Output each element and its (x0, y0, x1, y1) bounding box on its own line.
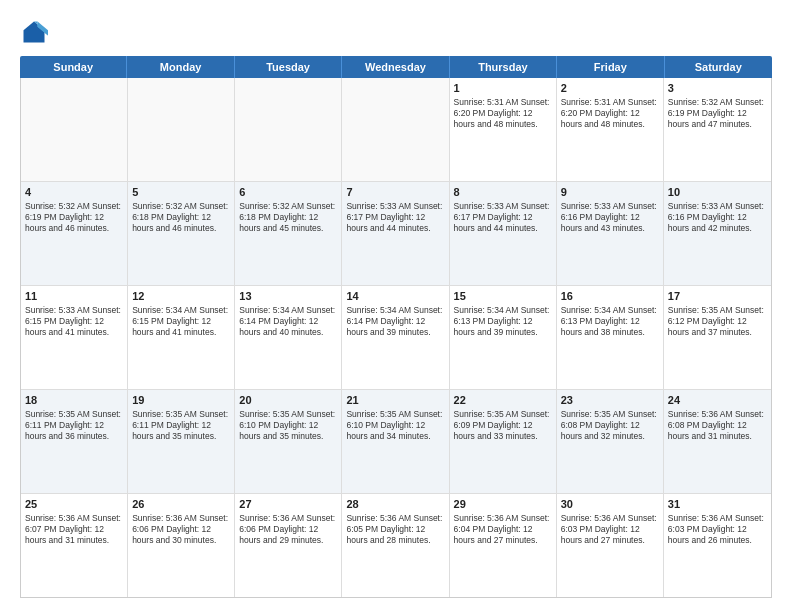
logo (20, 18, 52, 46)
cell-info: Sunrise: 5:36 AM Sunset: 6:05 PM Dayligh… (346, 513, 444, 546)
calendar-cell: 11Sunrise: 5:33 AM Sunset: 6:15 PM Dayli… (21, 286, 128, 389)
calendar-cell: 21Sunrise: 5:35 AM Sunset: 6:10 PM Dayli… (342, 390, 449, 493)
cell-info: Sunrise: 5:32 AM Sunset: 6:19 PM Dayligh… (668, 97, 767, 130)
day-number: 27 (239, 497, 337, 512)
calendar-cell: 27Sunrise: 5:36 AM Sunset: 6:06 PM Dayli… (235, 494, 342, 597)
cell-info: Sunrise: 5:36 AM Sunset: 6:04 PM Dayligh… (454, 513, 552, 546)
day-number: 15 (454, 289, 552, 304)
calendar-cell: 25Sunrise: 5:36 AM Sunset: 6:07 PM Dayli… (21, 494, 128, 597)
cell-info: Sunrise: 5:34 AM Sunset: 6:13 PM Dayligh… (561, 305, 659, 338)
calendar-cell: 29Sunrise: 5:36 AM Sunset: 6:04 PM Dayli… (450, 494, 557, 597)
day-number: 3 (668, 81, 767, 96)
cell-info: Sunrise: 5:33 AM Sunset: 6:16 PM Dayligh… (668, 201, 767, 234)
svg-marker-0 (24, 22, 45, 43)
calendar-cell: 3Sunrise: 5:32 AM Sunset: 6:19 PM Daylig… (664, 78, 771, 181)
cell-info: Sunrise: 5:33 AM Sunset: 6:16 PM Dayligh… (561, 201, 659, 234)
calendar: SundayMondayTuesdayWednesdayThursdayFrid… (20, 56, 772, 598)
day-number: 17 (668, 289, 767, 304)
day-number: 4 (25, 185, 123, 200)
calendar-cell (128, 78, 235, 181)
day-number: 2 (561, 81, 659, 96)
calendar-row: 18Sunrise: 5:35 AM Sunset: 6:11 PM Dayli… (21, 390, 771, 494)
cell-info: Sunrise: 5:34 AM Sunset: 6:14 PM Dayligh… (239, 305, 337, 338)
weekday-header: Saturday (665, 56, 772, 78)
day-number: 14 (346, 289, 444, 304)
cell-info: Sunrise: 5:36 AM Sunset: 6:06 PM Dayligh… (132, 513, 230, 546)
day-number: 29 (454, 497, 552, 512)
day-number: 7 (346, 185, 444, 200)
day-number: 28 (346, 497, 444, 512)
cell-info: Sunrise: 5:35 AM Sunset: 6:10 PM Dayligh… (346, 409, 444, 442)
calendar-row: 11Sunrise: 5:33 AM Sunset: 6:15 PM Dayli… (21, 286, 771, 390)
calendar-cell: 14Sunrise: 5:34 AM Sunset: 6:14 PM Dayli… (342, 286, 449, 389)
day-number: 23 (561, 393, 659, 408)
calendar-row: 25Sunrise: 5:36 AM Sunset: 6:07 PM Dayli… (21, 494, 771, 597)
calendar-body: 1Sunrise: 5:31 AM Sunset: 6:20 PM Daylig… (20, 78, 772, 598)
cell-info: Sunrise: 5:35 AM Sunset: 6:11 PM Dayligh… (25, 409, 123, 442)
day-number: 9 (561, 185, 659, 200)
calendar-cell: 13Sunrise: 5:34 AM Sunset: 6:14 PM Dayli… (235, 286, 342, 389)
day-number: 22 (454, 393, 552, 408)
calendar-cell (235, 78, 342, 181)
day-number: 24 (668, 393, 767, 408)
page: SundayMondayTuesdayWednesdayThursdayFrid… (0, 0, 792, 612)
day-number: 20 (239, 393, 337, 408)
day-number: 30 (561, 497, 659, 512)
cell-info: Sunrise: 5:36 AM Sunset: 6:06 PM Dayligh… (239, 513, 337, 546)
day-number: 21 (346, 393, 444, 408)
day-number: 26 (132, 497, 230, 512)
calendar-cell: 12Sunrise: 5:34 AM Sunset: 6:15 PM Dayli… (128, 286, 235, 389)
day-number: 31 (668, 497, 767, 512)
day-number: 12 (132, 289, 230, 304)
calendar-cell: 22Sunrise: 5:35 AM Sunset: 6:09 PM Dayli… (450, 390, 557, 493)
cell-info: Sunrise: 5:31 AM Sunset: 6:20 PM Dayligh… (561, 97, 659, 130)
header (20, 18, 772, 46)
cell-info: Sunrise: 5:33 AM Sunset: 6:17 PM Dayligh… (454, 201, 552, 234)
cell-info: Sunrise: 5:33 AM Sunset: 6:17 PM Dayligh… (346, 201, 444, 234)
cell-info: Sunrise: 5:36 AM Sunset: 6:03 PM Dayligh… (561, 513, 659, 546)
calendar-cell: 15Sunrise: 5:34 AM Sunset: 6:13 PM Dayli… (450, 286, 557, 389)
cell-info: Sunrise: 5:34 AM Sunset: 6:15 PM Dayligh… (132, 305, 230, 338)
weekday-header: Wednesday (342, 56, 449, 78)
calendar-cell: 6Sunrise: 5:32 AM Sunset: 6:18 PM Daylig… (235, 182, 342, 285)
cell-info: Sunrise: 5:36 AM Sunset: 6:03 PM Dayligh… (668, 513, 767, 546)
cell-info: Sunrise: 5:33 AM Sunset: 6:15 PM Dayligh… (25, 305, 123, 338)
cell-info: Sunrise: 5:35 AM Sunset: 6:10 PM Dayligh… (239, 409, 337, 442)
cell-info: Sunrise: 5:31 AM Sunset: 6:20 PM Dayligh… (454, 97, 552, 130)
calendar-cell (342, 78, 449, 181)
day-number: 1 (454, 81, 552, 96)
day-number: 19 (132, 393, 230, 408)
day-number: 16 (561, 289, 659, 304)
logo-icon (20, 18, 48, 46)
calendar-cell: 4Sunrise: 5:32 AM Sunset: 6:19 PM Daylig… (21, 182, 128, 285)
cell-info: Sunrise: 5:34 AM Sunset: 6:13 PM Dayligh… (454, 305, 552, 338)
cell-info: Sunrise: 5:36 AM Sunset: 6:08 PM Dayligh… (668, 409, 767, 442)
calendar-cell: 19Sunrise: 5:35 AM Sunset: 6:11 PM Dayli… (128, 390, 235, 493)
calendar-cell: 8Sunrise: 5:33 AM Sunset: 6:17 PM Daylig… (450, 182, 557, 285)
weekday-header: Tuesday (235, 56, 342, 78)
cell-info: Sunrise: 5:35 AM Sunset: 6:09 PM Dayligh… (454, 409, 552, 442)
weekday-header: Sunday (20, 56, 127, 78)
calendar-cell: 26Sunrise: 5:36 AM Sunset: 6:06 PM Dayli… (128, 494, 235, 597)
calendar-cell: 23Sunrise: 5:35 AM Sunset: 6:08 PM Dayli… (557, 390, 664, 493)
cell-info: Sunrise: 5:32 AM Sunset: 6:18 PM Dayligh… (132, 201, 230, 234)
calendar-cell: 20Sunrise: 5:35 AM Sunset: 6:10 PM Dayli… (235, 390, 342, 493)
cell-info: Sunrise: 5:35 AM Sunset: 6:11 PM Dayligh… (132, 409, 230, 442)
calendar-cell: 18Sunrise: 5:35 AM Sunset: 6:11 PM Dayli… (21, 390, 128, 493)
calendar-cell: 28Sunrise: 5:36 AM Sunset: 6:05 PM Dayli… (342, 494, 449, 597)
calendar-header: SundayMondayTuesdayWednesdayThursdayFrid… (20, 56, 772, 78)
calendar-cell (21, 78, 128, 181)
weekday-header: Thursday (450, 56, 557, 78)
calendar-cell: 2Sunrise: 5:31 AM Sunset: 6:20 PM Daylig… (557, 78, 664, 181)
calendar-row: 1Sunrise: 5:31 AM Sunset: 6:20 PM Daylig… (21, 78, 771, 182)
day-number: 11 (25, 289, 123, 304)
calendar-row: 4Sunrise: 5:32 AM Sunset: 6:19 PM Daylig… (21, 182, 771, 286)
calendar-cell: 24Sunrise: 5:36 AM Sunset: 6:08 PM Dayli… (664, 390, 771, 493)
cell-info: Sunrise: 5:32 AM Sunset: 6:19 PM Dayligh… (25, 201, 123, 234)
cell-info: Sunrise: 5:36 AM Sunset: 6:07 PM Dayligh… (25, 513, 123, 546)
calendar-cell: 9Sunrise: 5:33 AM Sunset: 6:16 PM Daylig… (557, 182, 664, 285)
day-number: 8 (454, 185, 552, 200)
calendar-cell: 31Sunrise: 5:36 AM Sunset: 6:03 PM Dayli… (664, 494, 771, 597)
weekday-header: Friday (557, 56, 664, 78)
day-number: 5 (132, 185, 230, 200)
